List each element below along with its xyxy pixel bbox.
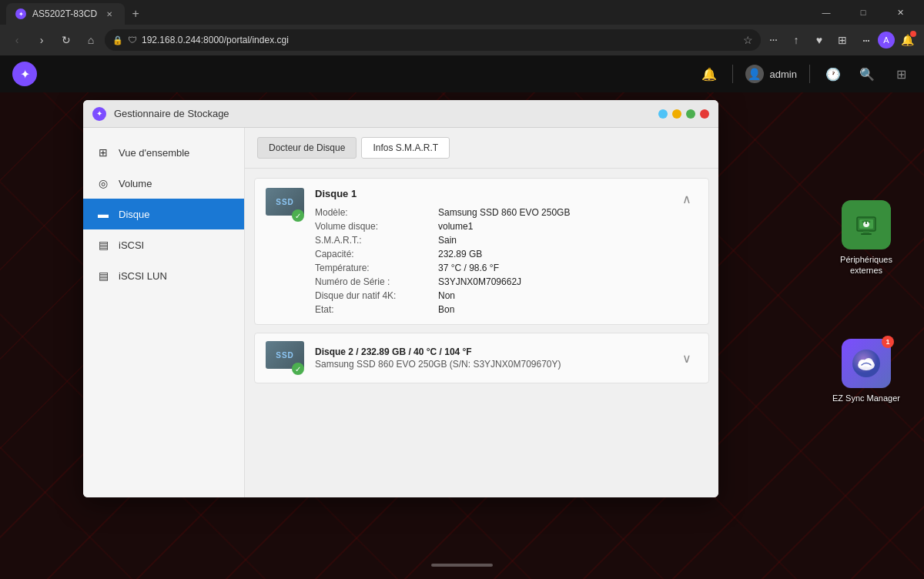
disk1-card: SSD ✓ Disque 1 Modèle: Samsung SSD 860 E…: [254, 178, 709, 325]
traffic-light-yellow[interactable]: [672, 109, 681, 119]
tab-smart[interactable]: Infos S.M.A.R.T: [361, 137, 450, 159]
disk2-collapsed[interactable]: SSD ✓ Disque 2 / 232.89 GB / 40 °C / 104…: [255, 333, 708, 383]
window-title: Gestionnaire de Stockage: [114, 108, 229, 119]
admin-section: 👤 admin: [745, 65, 797, 83]
disk2-check-icon: ✓: [292, 363, 304, 375]
sidebar-iscsi-lun-label: iSCSI LUN: [119, 270, 167, 282]
svg-point-8: [869, 221, 871, 223]
disk2-expand-button[interactable]: ∨: [676, 347, 698, 369]
tab-title: AS5202T-83CD: [32, 8, 97, 19]
sidebar-volume-label: Volume: [119, 178, 152, 189]
extensions-button[interactable]: ↑: [785, 29, 807, 51]
maximize-button[interactable]: □: [845, 0, 881, 25]
natif-value: Non: [438, 290, 665, 301]
main-panel: Docteur de Disque Infos S.M.A.R.T SSD ✓: [245, 128, 718, 497]
modele-label: Modèle:: [315, 207, 438, 218]
favorites-button[interactable]: ♥: [808, 29, 830, 51]
disk1-info: Disque 1 Modèle: Samsung SSD 860 EVO 250…: [315, 188, 665, 315]
nas-topbar-right: 🔔 👤 admin 🕐 🔍 ⊞: [698, 63, 912, 85]
home-button[interactable]: ⌂: [80, 29, 102, 51]
disk1-details: Modèle: Samsung SSD 860 EVO 250GB Volume…: [315, 207, 665, 315]
temp-value: 37 °C / 98.6 °F: [438, 263, 665, 273]
security-icon: 🔒: [112, 35, 123, 45]
sidebar-item-volume[interactable]: ◎ Volume: [83, 168, 244, 199]
nav-right-buttons: ↑ ♥ ⊞ ··· A 🔔: [785, 29, 918, 51]
modele-value: Samsung SSD 860 EVO 250GB: [438, 207, 665, 218]
ez-sync-label: EZ Sync Manager: [832, 393, 900, 403]
sidebar-item-overview[interactable]: ⊞ Vue d'ensemble: [83, 137, 244, 168]
disk1-icon: SSD ✓: [266, 188, 304, 222]
disk1-header[interactable]: SSD ✓ Disque 1 Modèle: Samsung SSD 860 E…: [255, 179, 708, 324]
close-button[interactable]: ✕: [882, 0, 918, 25]
new-tab-button[interactable]: +: [125, 3, 146, 25]
iscsi-lun-icon: ▤: [95, 268, 111, 283]
disk1-check-icon: ✓: [292, 209, 304, 222]
sidebar-overview-label: Vue d'ensemble: [119, 147, 189, 159]
traffic-light-blue[interactable]: [658, 109, 668, 119]
peripheriques-label: Périphériquesexternes: [840, 254, 892, 276]
admin-avatar: 👤: [745, 65, 764, 83]
iscsi-icon: ▤: [95, 237, 111, 253]
serie-label: Numéro de Série :: [315, 276, 438, 287]
volume-label: Volume disque:: [315, 221, 438, 232]
url-text: 192.168.0.244:8000/portal/index.cgi: [142, 35, 738, 45]
window-title-icon: ✦: [92, 107, 106, 121]
disk1-collapse-button[interactable]: ∧: [676, 188, 698, 209]
svg-rect-2: [863, 231, 869, 233]
user-profile-button[interactable]: A: [878, 32, 895, 49]
minimize-button[interactable]: —: [808, 0, 844, 25]
disk2-info: Disque 2 / 232.89 GB / 40 °C / 104 °F Sa…: [315, 346, 665, 370]
nas-topbar: ✦ 🔔 👤 admin 🕐 🔍 ⊞: [0, 55, 924, 92]
smart-value: Sain: [438, 235, 665, 246]
tab-close-button[interactable]: ✕: [103, 8, 116, 20]
tab-favicon: ✦: [15, 8, 26, 19]
disk2-name: Disque 2 / 232.89 GB / 40 °C / 104 °F: [315, 346, 665, 357]
traffic-light-green[interactable]: [686, 109, 695, 119]
disk-list: SSD ✓ Disque 1 Modèle: Samsung SSD 860 E…: [245, 169, 718, 393]
search-icon[interactable]: 🔍: [856, 63, 878, 85]
history-icon[interactable]: 🕐: [822, 63, 844, 85]
notification-button[interactable]: 🔔: [896, 29, 918, 51]
address-bar[interactable]: 🔒 🛡 192.168.0.244:8000/portal/index.cgi …: [105, 29, 761, 51]
traffic-light-red[interactable]: [700, 109, 709, 119]
natif-label: Disque dur natif 4K:: [315, 290, 438, 301]
panel-tabs: Docteur de Disque Infos S.M.A.R.T: [245, 128, 718, 169]
sidebar-item-iscsi-lun[interactable]: ▤ iSCSI LUN: [83, 260, 244, 291]
capacite-value: 232.89 GB: [438, 249, 665, 259]
sidebar-iscsi-label: iSCSI: [119, 239, 144, 251]
forward-button[interactable]: ›: [31, 29, 52, 51]
ez-sync-icon[interactable]: 1 EZ Sync Manager: [832, 339, 901, 403]
disk1-name: Disque 1: [315, 188, 665, 199]
overview-icon: ⊞: [95, 145, 111, 160]
grid-icon[interactable]: ⊞: [890, 63, 912, 85]
more-options-button[interactable]: ···: [764, 31, 782, 49]
peripheriques-icon[interactable]: Périphériquesexternes: [832, 200, 901, 276]
browser-menu-button[interactable]: ···: [855, 29, 876, 51]
main-content: ✦ Gestionnaire de Stockage ⊞: [0, 92, 924, 579]
sidebar-item-disk[interactable]: ▬ Disque: [83, 199, 244, 229]
capacite-label: Capacité:: [315, 249, 438, 259]
back-button[interactable]: ‹: [6, 29, 28, 51]
sidebar-item-iscsi[interactable]: ▤ iSCSI: [83, 229, 244, 260]
title-bar: ✦ AS5202T-83CD ✕ + — □ ✕: [0, 0, 924, 25]
volume-icon: ◎: [95, 176, 111, 191]
svg-rect-6: [864, 220, 869, 222]
tab-docteur[interactable]: Docteur de Disque: [257, 137, 357, 159]
window-body: ⊞ Vue d'ensemble ◎ Volume ▬ Disque ▤: [83, 128, 718, 497]
refresh-button[interactable]: ↻: [55, 29, 77, 51]
ez-sync-icon-img: 1: [842, 339, 891, 388]
etat-label: Etat:: [315, 304, 438, 315]
sidebar: ⊞ Vue d'ensemble ◎ Volume ▬ Disque ▤: [83, 128, 245, 497]
temp-label: Température:: [315, 263, 438, 273]
disk2-model: Samsung SSD 860 EVO 250GB (S/N: S3YJNX0M…: [315, 359, 665, 370]
bookmark-icon: ☆: [743, 34, 753, 46]
collections-button[interactable]: ⊞: [832, 29, 853, 51]
taskbar-pill: [431, 564, 493, 567]
window-traffic-lights: [658, 109, 709, 119]
bell-icon[interactable]: 🔔: [698, 63, 720, 85]
browser-tab[interactable]: ✦ AS5202T-83CD ✕: [6, 3, 125, 25]
svg-point-7: [862, 221, 865, 223]
address-shield-icon: 🛡: [128, 35, 137, 45]
volume-value: volume1: [438, 221, 665, 232]
ez-sync-badge: 1: [882, 336, 894, 348]
